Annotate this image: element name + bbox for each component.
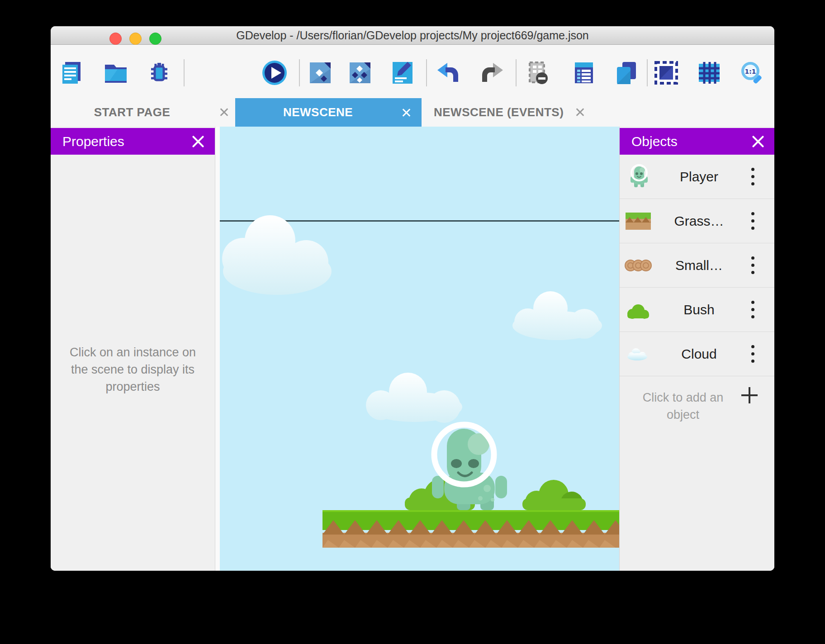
object-label: Cloud (652, 346, 746, 362)
properties-header: Properties (51, 128, 215, 155)
object-label: Small… (652, 258, 746, 273)
tab-newscene[interactable]: NEWSCENE (235, 98, 422, 127)
capture-disabled-icon[interactable] (525, 60, 550, 85)
object-label: Bush (652, 302, 746, 317)
scene-canvas[interactable] (220, 127, 619, 571)
svg-text:1:1: 1:1 (744, 68, 756, 75)
toolbar-separator (516, 59, 517, 86)
play-icon[interactable] (262, 60, 287, 85)
grid-icon[interactable] (697, 60, 722, 85)
zoom-original-icon[interactable]: 1:1 (740, 60, 765, 85)
objects-title: Objects (620, 134, 750, 149)
undo-icon[interactable] (436, 60, 461, 85)
grass-platform-instance[interactable] (322, 510, 619, 548)
object-row-cloud[interactable]: Cloud (620, 332, 774, 376)
player-object-icon (624, 163, 652, 191)
edit-objects-icon[interactable] (347, 60, 373, 85)
object-row-player[interactable]: Player (620, 155, 774, 199)
plus-icon[interactable] (741, 387, 758, 403)
new-file-icon[interactable] (59, 60, 84, 85)
main-toolbar: 1:1 (51, 45, 774, 90)
debug-icon[interactable] (147, 60, 172, 85)
objects-panel: Objects (619, 127, 774, 571)
object-label: Player (652, 169, 746, 185)
object-menu-icon[interactable] (746, 253, 759, 278)
small-object-icon (624, 251, 652, 279)
objects-header: Objects (620, 128, 774, 155)
gdevelop-window: GDevelop - /Users/florian/GDevelop proje… (51, 26, 774, 571)
tab-newscene-events[interactable]: NEWSCENE (EVENTS) (434, 98, 564, 127)
bush-object-icon (624, 296, 652, 324)
cloud-instance[interactable] (222, 215, 332, 295)
close-icon[interactable] (750, 134, 766, 149)
close-tab-icon[interactable] (401, 107, 412, 118)
main-area: Properties Click on an instance on the s… (51, 127, 774, 571)
bush-instance[interactable] (522, 480, 586, 514)
cloud-instance[interactable] (366, 373, 462, 423)
close-icon[interactable] (190, 134, 206, 149)
window-title: GDevelop - /Users/florian/GDevelop proje… (51, 26, 774, 44)
toolbar-separator (647, 59, 648, 86)
properties-panel: Properties Click on an instance on the s… (51, 127, 215, 571)
object-menu-icon[interactable] (746, 164, 759, 189)
cloud-object-icon (624, 340, 652, 368)
object-row-small[interactable]: Small… (620, 243, 774, 288)
cloud-instance[interactable] (512, 291, 602, 340)
editor-tabs: START PAGE NEWSCENE NEWSCENE (EVENTS) (51, 90, 774, 127)
toolbar-separator (299, 59, 300, 86)
tab-label: NEWSCENE (235, 105, 401, 119)
object-menu-icon[interactable] (746, 297, 759, 322)
object-menu-icon[interactable] (746, 208, 759, 234)
close-tab-icon[interactable] (218, 107, 229, 118)
toolbar-separator (426, 59, 427, 86)
tab-label: START PAGE (94, 105, 171, 119)
edit-scene-properties-icon[interactable] (390, 60, 415, 85)
object-row-bush[interactable]: Bush (620, 288, 774, 332)
properties-title: Properties (51, 134, 190, 149)
title-bar[interactable]: GDevelop - /Users/florian/GDevelop proje… (51, 26, 774, 45)
mask-icon[interactable] (654, 60, 679, 85)
panel-resize-gutter[interactable] (215, 127, 220, 571)
close-tab-icon[interactable] (574, 107, 585, 118)
tab-start-page[interactable]: START PAGE (78, 98, 186, 127)
open-project-icon[interactable] (103, 60, 128, 85)
redo-icon[interactable] (479, 60, 505, 85)
toolbar-separator (184, 59, 185, 86)
add-object-label: Click to add an object (629, 389, 737, 423)
object-menu-icon[interactable] (746, 341, 759, 367)
instances-list-icon[interactable] (571, 60, 597, 85)
object-row-grass[interactable]: Grass… (620, 199, 774, 243)
add-object-button[interactable]: Click to add an object (620, 384, 774, 433)
grass-object-icon (624, 207, 652, 235)
tab-label: NEWSCENE (EVENTS) (434, 105, 564, 119)
layers-icon[interactable] (613, 60, 639, 85)
object-label: Grass… (652, 213, 746, 229)
properties-hint: Click on an instance on the scene to dis… (51, 344, 215, 395)
edit-scene-icon[interactable] (308, 60, 333, 85)
